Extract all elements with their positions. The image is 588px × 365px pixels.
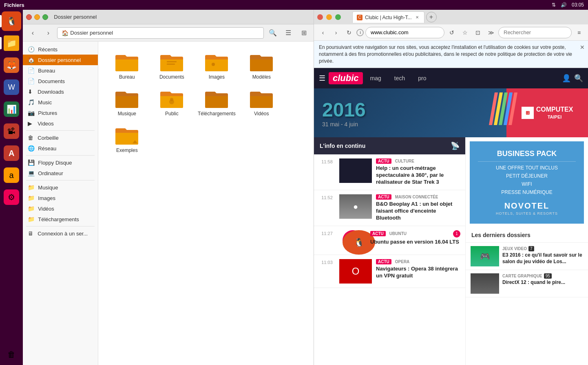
system-bar: Fichiers ⇅ 🔊 03:05 bbox=[0, 0, 588, 10]
sidebar-item-reseau[interactable]: 🌐 Réseau bbox=[23, 143, 98, 154]
sidebar-item-telechargements[interactable]: 📁 Téléchargements bbox=[23, 214, 98, 224]
minimize-button[interactable] bbox=[34, 14, 40, 20]
folder-exemples[interactable]: Exemples bbox=[106, 123, 147, 156]
search-input[interactable] bbox=[498, 27, 572, 38]
sidebar-item-videos[interactable]: ▶ Videos bbox=[23, 118, 98, 129]
folder-public[interactable]: Public bbox=[151, 86, 192, 119]
dock-item-files[interactable]: 📁 bbox=[2, 33, 21, 53]
more-tools-button[interactable]: ≫ bbox=[485, 27, 497, 38]
folder-videos-grid[interactable]: Vidéos bbox=[241, 86, 282, 119]
forward-button[interactable]: › bbox=[42, 26, 55, 40]
sidebar-divider-4 bbox=[26, 226, 95, 226]
cookie-bar: En poursuivant votre navigation sur nos … bbox=[314, 41, 588, 68]
browser-min-btn[interactable] bbox=[326, 14, 332, 20]
reader-button[interactable]: ⊡ bbox=[472, 27, 484, 38]
clock: 03:05 bbox=[572, 2, 584, 8]
close-button[interactable] bbox=[26, 14, 32, 20]
sidebar-item-bureau[interactable]: 📄 Bureau bbox=[23, 65, 98, 76]
sidebar-label-videos: Videos bbox=[38, 121, 54, 127]
browser-refresh-button[interactable]: ↻ bbox=[343, 27, 355, 38]
browser-back-button[interactable]: ‹ bbox=[317, 27, 329, 38]
folder-musique[interactable]: Musique bbox=[106, 86, 147, 119]
dossier-item-1[interactable]: 🎮 JEUX VIDEO 7 E3 2016 : ce qu'il faut s… bbox=[466, 243, 588, 270]
sidebar-item-floppy[interactable]: 💾 Floppy Disque bbox=[23, 157, 98, 168]
ad-title: BUSINESS PACK bbox=[478, 150, 576, 158]
browser-tab-close-button[interactable]: ✕ bbox=[414, 15, 420, 20]
browser-forward-button[interactable]: › bbox=[330, 27, 342, 38]
dock-item-settings[interactable]: ⚙ bbox=[2, 187, 21, 207]
sidebar-item-home[interactable]: 🏠 Dossier personnel bbox=[23, 55, 98, 65]
new-tab-button[interactable]: + bbox=[426, 12, 437, 22]
pictures-icon: 📷 bbox=[28, 110, 35, 116]
maximize-button[interactable] bbox=[42, 14, 48, 20]
dossier-item-2[interactable]: CARTE GRAPHIQUE 95 DirectX 12 : quand le… bbox=[466, 270, 588, 297]
sidebar-item-videos2[interactable]: 📁 Vidéos bbox=[23, 203, 98, 214]
nav-menu-button[interactable]: ☰ bbox=[319, 74, 325, 83]
videos-icon: ▶ bbox=[28, 120, 34, 127]
news-title-3: Ubuntu passe en version 16.04 LTS bbox=[370, 239, 460, 246]
news-badge-2: ACTU bbox=[376, 194, 391, 200]
sidebar-item-recent[interactable]: 🕐 Récents bbox=[23, 44, 98, 55]
news-item-4[interactable]: 11:03 O ACTU OPERA Navigateurs : Opera 3… bbox=[314, 255, 465, 288]
dock-item-firefox[interactable]: 🦊 bbox=[2, 55, 21, 75]
folder-bureau-name: Bureau bbox=[119, 74, 135, 80]
sidebar-item-downloads[interactable]: ⬇ Downloads bbox=[23, 86, 98, 97]
browser-close-btn[interactable] bbox=[317, 14, 323, 20]
folder-telechargements[interactable]: Téléchargements bbox=[196, 86, 237, 119]
list-view-button[interactable]: ☰ bbox=[282, 26, 295, 40]
location-bar[interactable]: 🏠 Dossier personnel bbox=[57, 27, 264, 39]
hero-left: 2016 31 mai - 4 juin bbox=[314, 90, 506, 136]
browser-max-btn[interactable] bbox=[335, 14, 341, 20]
documents-icon: 📄 bbox=[28, 78, 35, 84]
user-icon[interactable]: 👤 bbox=[562, 74, 571, 83]
sidebar-item-connexion[interactable]: 🖥 Connexion à un ser... bbox=[23, 228, 98, 239]
bureau-icon: 📄 bbox=[28, 67, 35, 74]
folder-videos-grid-icon bbox=[249, 89, 274, 109]
dock-item-calc[interactable]: 📊 bbox=[2, 99, 21, 119]
server-icon: 🖥 bbox=[28, 230, 34, 237]
back-button[interactable]: ‹ bbox=[26, 26, 39, 40]
news-category-3: UBUNTU bbox=[387, 231, 409, 236]
folder-telechargements-name: Téléchargements bbox=[198, 111, 236, 117]
dock-item-writer[interactable]: W bbox=[2, 77, 21, 97]
right-column: BUSINESS PACK UNE OFFRE TOUT INCLUS PETI… bbox=[466, 137, 588, 365]
bookmark-button[interactable]: ☆ bbox=[459, 27, 471, 38]
sidebar-item-musique2[interactable]: 📁 Musique bbox=[23, 182, 98, 193]
cookie-close-button[interactable]: ✕ bbox=[580, 44, 585, 51]
folder-documents[interactable]: Documents bbox=[151, 50, 192, 82]
folder-modeles[interactable]: Modèles bbox=[241, 50, 282, 82]
news-item-1[interactable]: 11:58 ACTU CULTURE Help : un court-métra… bbox=[314, 154, 465, 190]
ad-block: BUSINESS PACK UNE OFFRE TOUT INCLUS PETI… bbox=[470, 141, 584, 224]
nav-item-mag[interactable]: mag bbox=[365, 68, 387, 88]
browser-tab[interactable]: C Clubic | Actu High-T... ✕ bbox=[352, 11, 424, 23]
search-button[interactable]: 🔍 bbox=[266, 26, 279, 40]
sidebar-label-documents: Documents bbox=[38, 78, 65, 84]
folder-images[interactable]: Images bbox=[196, 50, 237, 82]
dock-item-amazon[interactable]: a bbox=[2, 165, 21, 185]
menu-button[interactable]: ≡ bbox=[573, 27, 585, 38]
news-title-4: Navigateurs : Opera 38 intégrera un VPN … bbox=[376, 266, 460, 279]
address-bar[interactable] bbox=[365, 27, 444, 38]
ad-line3: WIFI bbox=[478, 181, 576, 187]
sidebar-item-corbeille[interactable]: 🗑 Corbeille bbox=[23, 132, 98, 143]
sidebar-item-pictures[interactable]: 📷 Pictures bbox=[23, 108, 98, 118]
nav-item-pro[interactable]: pro bbox=[412, 68, 432, 88]
dock-item-trash[interactable]: 🗑 bbox=[2, 345, 21, 364]
reload-button[interactable]: ↺ bbox=[446, 27, 458, 38]
main-area: 🐧 📁 🦊 W 📊 📽 A a ⚙ 🗑 bbox=[0, 10, 588, 365]
sidebar-item-ordinateur[interactable]: 💻 Ordinateur bbox=[23, 168, 98, 178]
folder-bureau[interactable]: Bureau bbox=[106, 50, 147, 82]
dock-item-font[interactable]: A bbox=[2, 143, 21, 163]
nav-item-tech[interactable]: tech bbox=[389, 68, 411, 88]
sidebar-item-music[interactable]: 🎵 Music bbox=[23, 97, 98, 108]
dock-item-ubuntu[interactable]: 🐧 bbox=[2, 11, 21, 31]
dossier-thumb-2 bbox=[471, 273, 499, 294]
search-nav-icon[interactable]: 🔍 bbox=[574, 74, 583, 83]
news-item-3[interactable]: 11:27 🐧 ACTU UBUNTU 1 Ubuntu passe en ve… bbox=[314, 226, 465, 255]
news-item-2[interactable]: 11:52 ● ACTU MAISON CONNECTÉE B&O Beopla… bbox=[314, 190, 465, 226]
grid-view-button[interactable]: ⊞ bbox=[297, 26, 310, 40]
app-menu[interactable]: Fichiers bbox=[4, 2, 24, 8]
sidebar-item-images2[interactable]: 📁 Images bbox=[23, 193, 98, 203]
sidebar-item-documents[interactable]: 📄 Documents bbox=[23, 76, 98, 86]
dock-item-impress[interactable]: 📽 bbox=[2, 121, 21, 141]
